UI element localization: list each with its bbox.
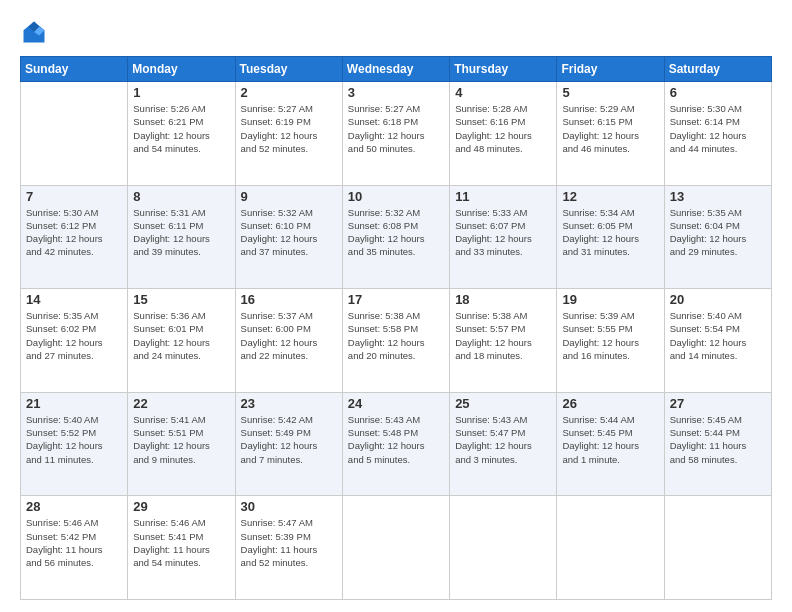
day-info: Sunrise: 5:41 AM Sunset: 5:51 PM Dayligh… [133, 413, 229, 466]
calendar-cell: 12Sunrise: 5:34 AM Sunset: 6:05 PM Dayli… [557, 185, 664, 289]
calendar-cell: 3Sunrise: 5:27 AM Sunset: 6:18 PM Daylig… [342, 82, 449, 186]
calendar-cell: 14Sunrise: 5:35 AM Sunset: 6:02 PM Dayli… [21, 289, 128, 393]
calendar-cell: 18Sunrise: 5:38 AM Sunset: 5:57 PM Dayli… [450, 289, 557, 393]
calendar-cell [21, 82, 128, 186]
weekday-friday: Friday [557, 57, 664, 82]
day-info: Sunrise: 5:38 AM Sunset: 5:57 PM Dayligh… [455, 309, 551, 362]
day-number: 23 [241, 396, 337, 411]
day-number: 18 [455, 292, 551, 307]
day-number: 14 [26, 292, 122, 307]
day-number: 5 [562, 85, 658, 100]
calendar-cell: 23Sunrise: 5:42 AM Sunset: 5:49 PM Dayli… [235, 392, 342, 496]
day-number: 6 [670, 85, 766, 100]
day-number: 3 [348, 85, 444, 100]
calendar-cell: 16Sunrise: 5:37 AM Sunset: 6:00 PM Dayli… [235, 289, 342, 393]
day-info: Sunrise: 5:40 AM Sunset: 5:52 PM Dayligh… [26, 413, 122, 466]
day-number: 20 [670, 292, 766, 307]
calendar-cell [664, 496, 771, 600]
day-info: Sunrise: 5:32 AM Sunset: 6:10 PM Dayligh… [241, 206, 337, 259]
day-number: 10 [348, 189, 444, 204]
day-number: 24 [348, 396, 444, 411]
calendar-cell: 22Sunrise: 5:41 AM Sunset: 5:51 PM Dayli… [128, 392, 235, 496]
weekday-wednesday: Wednesday [342, 57, 449, 82]
calendar-cell: 17Sunrise: 5:38 AM Sunset: 5:58 PM Dayli… [342, 289, 449, 393]
calendar-cell: 26Sunrise: 5:44 AM Sunset: 5:45 PM Dayli… [557, 392, 664, 496]
calendar-cell: 9Sunrise: 5:32 AM Sunset: 6:10 PM Daylig… [235, 185, 342, 289]
calendar-week-row: 7Sunrise: 5:30 AM Sunset: 6:12 PM Daylig… [21, 185, 772, 289]
calendar-cell: 5Sunrise: 5:29 AM Sunset: 6:15 PM Daylig… [557, 82, 664, 186]
weekday-tuesday: Tuesday [235, 57, 342, 82]
day-number: 30 [241, 499, 337, 514]
day-number: 22 [133, 396, 229, 411]
day-info: Sunrise: 5:28 AM Sunset: 6:16 PM Dayligh… [455, 102, 551, 155]
calendar-cell: 2Sunrise: 5:27 AM Sunset: 6:19 PM Daylig… [235, 82, 342, 186]
day-number: 17 [348, 292, 444, 307]
day-info: Sunrise: 5:43 AM Sunset: 5:48 PM Dayligh… [348, 413, 444, 466]
calendar-cell: 27Sunrise: 5:45 AM Sunset: 5:44 PM Dayli… [664, 392, 771, 496]
calendar-cell: 1Sunrise: 5:26 AM Sunset: 6:21 PM Daylig… [128, 82, 235, 186]
day-number: 1 [133, 85, 229, 100]
weekday-monday: Monday [128, 57, 235, 82]
day-number: 25 [455, 396, 551, 411]
day-info: Sunrise: 5:39 AM Sunset: 5:55 PM Dayligh… [562, 309, 658, 362]
day-info: Sunrise: 5:47 AM Sunset: 5:39 PM Dayligh… [241, 516, 337, 569]
logo [20, 18, 52, 46]
day-number: 19 [562, 292, 658, 307]
calendar-cell: 25Sunrise: 5:43 AM Sunset: 5:47 PM Dayli… [450, 392, 557, 496]
logo-icon [20, 18, 48, 46]
day-number: 27 [670, 396, 766, 411]
calendar-cell: 29Sunrise: 5:46 AM Sunset: 5:41 PM Dayli… [128, 496, 235, 600]
calendar-cell: 19Sunrise: 5:39 AM Sunset: 5:55 PM Dayli… [557, 289, 664, 393]
day-info: Sunrise: 5:33 AM Sunset: 6:07 PM Dayligh… [455, 206, 551, 259]
calendar-week-row: 14Sunrise: 5:35 AM Sunset: 6:02 PM Dayli… [21, 289, 772, 393]
day-info: Sunrise: 5:44 AM Sunset: 5:45 PM Dayligh… [562, 413, 658, 466]
calendar-cell: 8Sunrise: 5:31 AM Sunset: 6:11 PM Daylig… [128, 185, 235, 289]
day-info: Sunrise: 5:27 AM Sunset: 6:18 PM Dayligh… [348, 102, 444, 155]
day-info: Sunrise: 5:32 AM Sunset: 6:08 PM Dayligh… [348, 206, 444, 259]
calendar-cell: 11Sunrise: 5:33 AM Sunset: 6:07 PM Dayli… [450, 185, 557, 289]
calendar-week-row: 1Sunrise: 5:26 AM Sunset: 6:21 PM Daylig… [21, 82, 772, 186]
calendar-cell [450, 496, 557, 600]
calendar-cell: 13Sunrise: 5:35 AM Sunset: 6:04 PM Dayli… [664, 185, 771, 289]
day-info: Sunrise: 5:31 AM Sunset: 6:11 PM Dayligh… [133, 206, 229, 259]
day-info: Sunrise: 5:42 AM Sunset: 5:49 PM Dayligh… [241, 413, 337, 466]
calendar-cell: 7Sunrise: 5:30 AM Sunset: 6:12 PM Daylig… [21, 185, 128, 289]
day-info: Sunrise: 5:29 AM Sunset: 6:15 PM Dayligh… [562, 102, 658, 155]
calendar-cell: 30Sunrise: 5:47 AM Sunset: 5:39 PM Dayli… [235, 496, 342, 600]
day-info: Sunrise: 5:27 AM Sunset: 6:19 PM Dayligh… [241, 102, 337, 155]
calendar-cell: 10Sunrise: 5:32 AM Sunset: 6:08 PM Dayli… [342, 185, 449, 289]
calendar-cell: 24Sunrise: 5:43 AM Sunset: 5:48 PM Dayli… [342, 392, 449, 496]
weekday-sunday: Sunday [21, 57, 128, 82]
calendar-table: SundayMondayTuesdayWednesdayThursdayFrid… [20, 56, 772, 600]
calendar-cell: 21Sunrise: 5:40 AM Sunset: 5:52 PM Dayli… [21, 392, 128, 496]
day-info: Sunrise: 5:35 AM Sunset: 6:04 PM Dayligh… [670, 206, 766, 259]
day-number: 21 [26, 396, 122, 411]
calendar-cell: 28Sunrise: 5:46 AM Sunset: 5:42 PM Dayli… [21, 496, 128, 600]
day-info: Sunrise: 5:43 AM Sunset: 5:47 PM Dayligh… [455, 413, 551, 466]
day-info: Sunrise: 5:38 AM Sunset: 5:58 PM Dayligh… [348, 309, 444, 362]
day-number: 16 [241, 292, 337, 307]
day-info: Sunrise: 5:35 AM Sunset: 6:02 PM Dayligh… [26, 309, 122, 362]
calendar-cell: 6Sunrise: 5:30 AM Sunset: 6:14 PM Daylig… [664, 82, 771, 186]
day-number: 4 [455, 85, 551, 100]
day-number: 13 [670, 189, 766, 204]
day-number: 2 [241, 85, 337, 100]
calendar-cell: 4Sunrise: 5:28 AM Sunset: 6:16 PM Daylig… [450, 82, 557, 186]
calendar-cell: 20Sunrise: 5:40 AM Sunset: 5:54 PM Dayli… [664, 289, 771, 393]
day-info: Sunrise: 5:30 AM Sunset: 6:12 PM Dayligh… [26, 206, 122, 259]
day-number: 11 [455, 189, 551, 204]
day-number: 9 [241, 189, 337, 204]
day-info: Sunrise: 5:26 AM Sunset: 6:21 PM Dayligh… [133, 102, 229, 155]
day-info: Sunrise: 5:34 AM Sunset: 6:05 PM Dayligh… [562, 206, 658, 259]
day-info: Sunrise: 5:46 AM Sunset: 5:42 PM Dayligh… [26, 516, 122, 569]
day-info: Sunrise: 5:46 AM Sunset: 5:41 PM Dayligh… [133, 516, 229, 569]
calendar-cell [342, 496, 449, 600]
day-info: Sunrise: 5:45 AM Sunset: 5:44 PM Dayligh… [670, 413, 766, 466]
day-number: 7 [26, 189, 122, 204]
day-info: Sunrise: 5:30 AM Sunset: 6:14 PM Dayligh… [670, 102, 766, 155]
weekday-header-row: SundayMondayTuesdayWednesdayThursdayFrid… [21, 57, 772, 82]
day-number: 8 [133, 189, 229, 204]
day-number: 15 [133, 292, 229, 307]
calendar-week-row: 28Sunrise: 5:46 AM Sunset: 5:42 PM Dayli… [21, 496, 772, 600]
day-number: 28 [26, 499, 122, 514]
